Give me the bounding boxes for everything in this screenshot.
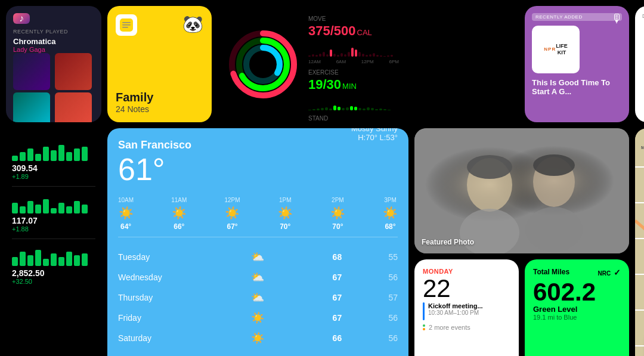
weather-high: H:70° (358, 133, 377, 142)
running-subtitle: 19.1 mi to Blue (533, 314, 621, 321)
dot-1 (423, 324, 425, 327)
time-labels: 12AM6AM12PM6PM (308, 59, 399, 64)
stock-chart-2 (12, 193, 95, 213)
notes-widget: 🐼 Family 24 Notes (107, 6, 212, 122)
map-svg: 280 Mountain View Cupertino Saratoga (635, 128, 644, 356)
notes-bear-emoji: 🐼 (182, 14, 203, 34)
calendar-widget: MONDAY 22 Kickoff meeting... 10:30 AM–1:… (414, 259, 519, 356)
svg-rect-1 (122, 22, 131, 23)
activity-rings (227, 16, 299, 113)
music-recently-played-label: RECENTLY PLAYED (13, 29, 94, 35)
running-header: Total Miles NRC ✓ (533, 268, 621, 277)
map-background: 280 Mountain View Cupertino Saratoga 🔍 S… (635, 128, 644, 356)
stock-change-1: +1.89 (12, 173, 95, 180)
exercise-chart (308, 92, 399, 110)
stock-change-3: +32.50 (12, 278, 95, 285)
weather-hour-item: 10AM ☀️ 64° (118, 197, 134, 231)
stock-price-3: 2,852.50 (12, 268, 95, 278)
exercise-unit: MIN (342, 82, 357, 91)
move-value: 375/500 (308, 23, 356, 39)
svg-rect-21 (635, 131, 644, 356)
notes-folder-name: Family (116, 91, 203, 104)
event-time-1: 10:30 AM–1:00 PM (428, 309, 483, 316)
stock-change-2: +1.88 (12, 225, 95, 233)
event-bar-1 (423, 302, 425, 320)
stock-price-1: 309.54 (12, 163, 95, 173)
widget-grid: ♪ RECENTLY PLAYED Chromatica Lady Gaga 🐼 (0, 0, 644, 356)
notes-count: 24 Notes (116, 104, 203, 114)
activity-stand-row: STAND 4/12 HRS (308, 115, 399, 122)
svg-text:Mountain View: Mountain View (641, 145, 644, 150)
weather-condition-text: Mostly Sunny (351, 128, 398, 133)
weather-day-row: Thursday ⛅ 67 57 (118, 287, 398, 308)
health-widget: DAILY PROGRESS 534 / 1,271 Cal 2 cups (635, 6, 644, 122)
stock-chart-3 (12, 245, 95, 266)
weather-low: L:53° (379, 133, 398, 142)
photo-widget: Featured Photo (414, 128, 629, 253)
photo-children-bg (414, 128, 629, 253)
weather-day-row: Tuesday ⛅ 68 55 (118, 247, 398, 267)
running-label: Total Miles (533, 268, 569, 276)
activity-move-row: MOVE 375/500 CAL 12AM6AM12PM6PM (308, 16, 399, 64)
running-brand: NRC ✓ (598, 268, 621, 277)
weather-header: San Francisco Mostly Sunny H:70° L:53° 6… (118, 139, 398, 187)
calendar-more-events: 2 more events (423, 324, 510, 331)
weather-day-row: Friday ☀️ 67 56 (118, 308, 398, 328)
notes-header: 🐼 (116, 14, 203, 36)
svg-point-20 (525, 207, 583, 252)
running-brand-text: NRC (598, 270, 611, 277)
weather-hour-item: 11AM ☀️ 66° (171, 197, 187, 231)
music-artist-name: Lady Gaga (13, 46, 94, 53)
svg-point-17 (467, 155, 512, 179)
music-app-icon: ♪ (13, 13, 30, 24)
svg-point-18 (533, 154, 575, 176)
weather-hour-item: 12PM ☀️ 67° (225, 197, 240, 231)
activity-exercise-row: EXERCISE 19/30 MIN (308, 69, 399, 110)
running-miles: 602.2 (533, 280, 621, 305)
move-label: MOVE (308, 16, 399, 22)
stand-label: STAND (308, 115, 399, 122)
weather-widget: San Francisco Mostly Sunny H:70° L:53° 6… (107, 128, 408, 356)
more-events-dots (423, 324, 425, 330)
podcast-widget: 🎙 RECENTLY ADDED NPR LIFEKIT This Is Goo… (525, 6, 629, 122)
calendar-event-1: Kickoff meeting... 10:30 AM–1:00 PM (423, 302, 510, 320)
stock-item-1: 309.54 +1.89 (12, 134, 95, 187)
dot-2 (423, 328, 425, 330)
weather-hour-item: 2PM ☀️ 70° (330, 197, 345, 231)
exercise-value: 19/30 (308, 77, 341, 92)
calendar-date: 22 (423, 276, 510, 301)
running-widget: Total Miles NRC ✓ 602.2 Green Level 19.1… (525, 259, 629, 356)
weather-day-row: Saturday ☀️ 66 56 (118, 328, 398, 348)
move-unit: CAL (357, 28, 372, 37)
stocks-widget: 309.54 +1.89 117.07 +1.88 2,852.50 +32.5… (6, 128, 101, 356)
music-widget: ♪ RECENTLY PLAYED Chromatica Lady Gaga (6, 6, 101, 122)
map-widget: 280 Mountain View Cupertino Saratoga 🔍 S… (635, 128, 644, 356)
map-actions: 🔍 Search 🍴 Food (635, 332, 644, 356)
event-details-1: Kickoff meeting... 10:30 AM–1:00 PM (428, 302, 483, 316)
exercise-label: EXERCISE (308, 69, 399, 76)
more-events-label: 2 more events (429, 324, 470, 331)
weather-daily: Tuesday ⛅ 68 55 Wednesday ⛅ 67 56 Thursd… (118, 247, 398, 348)
photo-featured-label: Featured Photo (422, 238, 474, 246)
event-title-1: Kickoff meeting... (428, 302, 483, 309)
svg-rect-14 (414, 128, 629, 253)
stock-item-3: 2,852.50 +32.50 (12, 239, 95, 291)
music-album-grid (13, 53, 94, 122)
running-level: Green Level (533, 305, 621, 314)
stock-chart-1 (12, 140, 95, 161)
activity-widget: MOVE 375/500 CAL 12AM6AM12PM6PM EXERCISE… (218, 6, 408, 122)
activity-stats: MOVE 375/500 CAL 12AM6AM12PM6PM EXERCISE… (308, 16, 399, 113)
svg-rect-3 (122, 27, 128, 28)
podcast-badge: RECENTLY ADDED (532, 13, 622, 21)
weather-hour-item: 3PM ☀️ 68° (383, 197, 398, 231)
svg-rect-2 (122, 24, 131, 26)
weather-condition: Mostly Sunny H:70° L:53° (351, 128, 398, 142)
weather-hour-item: 1PM ☀️ 70° (278, 197, 293, 231)
weather-day-row: Wednesday ⛅ 67 56 (118, 267, 398, 287)
weather-temp: 61° (118, 154, 398, 185)
podcast-cover: NPR LIFEKIT (532, 26, 580, 73)
stock-price-2: 117.07 (12, 216, 95, 225)
music-song-title: Chromatica (13, 37, 94, 46)
notes-app-icon (116, 14, 137, 36)
weather-hourly: 10AM ☀️ 64° 11AM ☀️ 66° 12PM ☀️ 67° 1PM … (118, 197, 398, 237)
